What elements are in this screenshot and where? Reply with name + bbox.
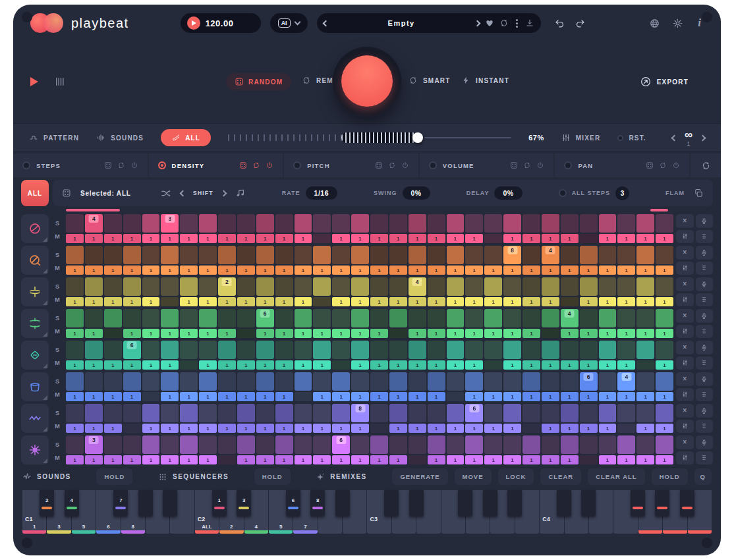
density-cell[interactable]: 1 [104, 424, 122, 433]
solo-button[interactable]: S [51, 252, 63, 258]
density-cell[interactable]: 1 [256, 392, 274, 401]
sounds-hold-button[interactable]: HOLD [96, 468, 132, 485]
density-cell[interactable]: 1 [66, 455, 84, 464]
step-cell[interactable] [465, 214, 483, 233]
density-cell[interactable]: 1 [104, 234, 122, 243]
density-cell[interactable]: 1 [617, 360, 635, 370]
density-cell[interactable]: 1 [256, 360, 274, 370]
step-cell[interactable] [522, 341, 540, 359]
mute-button[interactable]: M [51, 360, 63, 366]
density-cell[interactable]: 1 [161, 424, 179, 433]
density-cell[interactable]: 1 [332, 455, 350, 464]
step-cell[interactable] [256, 277, 274, 296]
step-cell[interactable] [123, 435, 141, 454]
step-cell[interactable] [447, 214, 465, 233]
step-cell[interactable] [218, 404, 236, 422]
step-cell[interactable] [522, 246, 540, 264]
density-cell[interactable]: 1 [428, 360, 445, 370]
step-cell[interactable] [66, 372, 84, 391]
step-cell[interactable] [218, 435, 236, 454]
step-cell[interactable] [542, 372, 559, 391]
step-cell[interactable] [447, 341, 465, 359]
export-button[interactable]: EXPORT [640, 76, 689, 88]
density-cell[interactable]: 1 [161, 360, 179, 370]
density-cell[interactable]: 1 [580, 297, 598, 306]
density-cell[interactable]: 1 [542, 297, 559, 306]
density-cell[interactable]: 1 [542, 360, 559, 370]
density-cell[interactable]: 1 [428, 297, 445, 306]
step-cell[interactable] [599, 309, 617, 327]
density-cell[interactable]: 1 [256, 266, 274, 275]
density-cell[interactable]: 1 [561, 424, 579, 433]
step-cell[interactable] [180, 309, 198, 327]
step-cell[interactable] [370, 246, 388, 264]
density-cell[interactable]: 1 [313, 392, 331, 401]
step-cell[interactable]: 4 [85, 214, 103, 233]
step-cell[interactable] [370, 277, 388, 296]
step-cell[interactable] [522, 372, 540, 391]
solo-button[interactable]: S [51, 379, 63, 385]
notes-icon[interactable] [235, 188, 246, 198]
density-cell[interactable]: 1 [465, 297, 483, 306]
sequencers-hold-button[interactable]: HOLD [254, 468, 291, 485]
density-cell[interactable]: 1 [256, 234, 274, 243]
density-cell[interactable]: 1 [218, 392, 236, 401]
step-cell[interactable] [636, 435, 654, 454]
step-cell[interactable] [389, 404, 407, 422]
step-cell[interactable] [66, 309, 84, 327]
step-cell[interactable] [522, 214, 540, 233]
tab-radio-button[interactable] [293, 161, 301, 169]
step-cell[interactable] [123, 246, 141, 264]
track-icon-cell[interactable] [21, 246, 49, 275]
step-cell[interactable] [313, 246, 331, 264]
density-cell[interactable]: 1 [580, 266, 598, 275]
step-cell[interactable] [617, 214, 635, 233]
more-options-icon[interactable] [516, 22, 518, 24]
density-cell[interactable]: 1 [123, 234, 141, 243]
step-cell[interactable] [237, 214, 255, 233]
step-cell[interactable] [295, 246, 312, 264]
solo-button[interactable]: S [51, 316, 63, 322]
density-cell[interactable]: 1 [503, 360, 521, 370]
density-cell[interactable]: 1 [409, 297, 426, 306]
black-key[interactable]: 3 [237, 490, 251, 517]
mixer-button[interactable]: MIXER [561, 133, 601, 142]
density-cell[interactable]: 1 [503, 455, 521, 464]
step-cell[interactable] [332, 246, 350, 264]
ai-menu-button[interactable]: AI [270, 13, 308, 33]
step-cell[interactable] [85, 404, 103, 422]
step-cell[interactable] [237, 404, 255, 422]
density-cell[interactable]: 1 [428, 329, 445, 338]
step-cell[interactable] [351, 246, 369, 264]
track-drag-handle[interactable] [696, 293, 714, 307]
step-cell[interactable] [295, 277, 312, 296]
density-cell[interactable]: 1 [636, 266, 654, 275]
density-cell[interactable]: 1 [503, 234, 521, 243]
density-cell[interactable]: 1 [351, 360, 369, 370]
step-cell[interactable] [180, 372, 198, 391]
step-cell[interactable]: 6 [123, 341, 141, 359]
step-cell[interactable] [409, 435, 426, 454]
density-cell[interactable] [313, 297, 331, 306]
density-cell[interactable]: 1 [503, 392, 521, 401]
pager-prev-button[interactable] [671, 134, 677, 141]
mute-button[interactable]: M [51, 455, 63, 461]
density-cell[interactable]: 1 [409, 266, 426, 275]
density-cell[interactable]: 1 [142, 234, 160, 243]
density-cell[interactable]: 1 [142, 455, 160, 464]
step-cell[interactable] [332, 214, 350, 233]
density-cell[interactable]: 1 [389, 266, 407, 275]
density-cell[interactable]: 1 [389, 392, 407, 401]
track-icon-cell[interactable] [21, 214, 49, 243]
density-cell[interactable] [580, 455, 598, 464]
solo-button[interactable]: S [51, 284, 63, 290]
density-cell[interactable]: 1 [636, 455, 654, 464]
density-cell[interactable]: 1 [409, 424, 426, 433]
track-clear-button[interactable]: × [676, 341, 694, 354]
step-cell[interactable]: 3 [85, 435, 103, 454]
density-cell[interactable]: 1 [180, 266, 198, 275]
black-key[interactable]: 7 [113, 490, 128, 517]
step-cell[interactable]: 4 [409, 277, 426, 296]
black-key[interactable] [680, 490, 694, 517]
step-cell[interactable] [104, 246, 122, 264]
